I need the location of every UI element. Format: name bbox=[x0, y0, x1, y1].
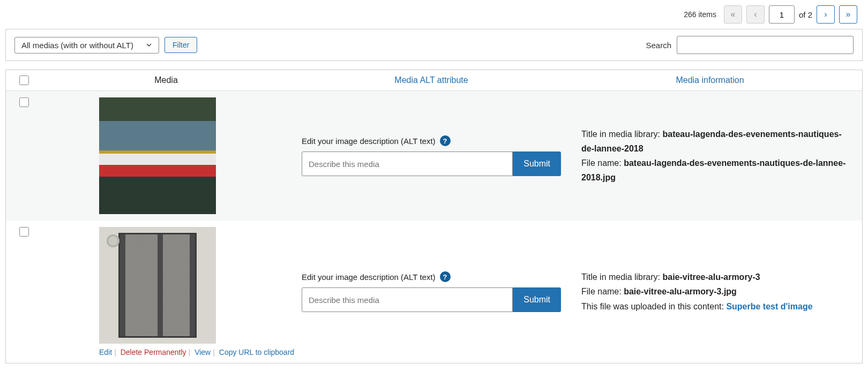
help-icon[interactable]: ? bbox=[440, 271, 451, 282]
select-all-checkbox[interactable] bbox=[19, 75, 29, 85]
alt-label: Edit your image description (ALT text) bbox=[302, 136, 436, 146]
info-title-label: Title in media library: bbox=[581, 272, 662, 282]
pagination-last-button[interactable]: » bbox=[839, 5, 857, 24]
column-header-alt[interactable]: Media ALT attribute bbox=[394, 75, 468, 85]
pagination-next-button[interactable]: › bbox=[817, 5, 835, 24]
pagination-page-input[interactable] bbox=[769, 5, 795, 24]
media-table: Media Media ALT attribute Media informat… bbox=[5, 70, 863, 363]
info-filename-label: File name: bbox=[581, 287, 624, 296]
action-copy-url[interactable]: Copy URL to clipboard bbox=[219, 348, 294, 356]
media-info: Title in media library: bateau-lagenda-d… bbox=[565, 97, 855, 214]
action-delete[interactable]: Delete Permanently bbox=[121, 348, 186, 356]
action-view[interactable]: View bbox=[194, 348, 211, 356]
pagination-first-button[interactable]: « bbox=[724, 5, 742, 24]
pagination-prev-button[interactable]: ‹ bbox=[746, 5, 765, 24]
submit-button[interactable]: Submit bbox=[513, 151, 561, 176]
column-header-media: Media bbox=[35, 75, 297, 85]
filter-button[interactable]: Filter bbox=[164, 37, 197, 53]
table-header: Media Media ALT attribute Media informat… bbox=[6, 70, 862, 91]
submit-button[interactable]: Submit bbox=[513, 287, 561, 312]
alt-label: Edit your image description (ALT text) bbox=[302, 272, 436, 282]
media-info: Title in media library: baie-vitree-alu-… bbox=[565, 227, 855, 356]
filter-bar: All medias (with or without ALT) Filter … bbox=[5, 29, 863, 61]
row-actions: Edit| Delete Permanently| View| Copy URL… bbox=[99, 348, 294, 356]
media-filter-select[interactable]: All medias (with or without ALT) bbox=[14, 37, 159, 54]
row-checkbox[interactable] bbox=[19, 97, 29, 107]
alt-editor: Edit your image description (ALT text) ?… bbox=[297, 97, 565, 214]
row-checkbox[interactable] bbox=[19, 227, 29, 237]
info-uploaded-label: This file was uploaded in this content: bbox=[581, 302, 726, 311]
media-thumbnail[interactable] bbox=[99, 97, 216, 214]
info-content-link[interactable]: Superbe test d'image bbox=[726, 302, 812, 311]
items-count: 266 items bbox=[684, 10, 716, 19]
info-filename-value: baie-vitree-alu-armory-3.jpg bbox=[624, 287, 737, 296]
search-input[interactable] bbox=[677, 36, 854, 54]
media-filter-select-value: All medias (with or without ALT) bbox=[21, 41, 133, 50]
info-title-value: baie-vitree-alu-armory-3 bbox=[662, 272, 760, 282]
alt-text-input[interactable] bbox=[302, 287, 513, 312]
info-filename-label: File name: bbox=[581, 158, 624, 168]
table-row: Edit your image description (ALT text) ?… bbox=[6, 91, 862, 221]
media-thumbnail[interactable] bbox=[99, 227, 216, 344]
action-edit[interactable]: Edit bbox=[99, 348, 112, 356]
info-title-label: Title in media library: bbox=[581, 130, 662, 139]
column-header-info[interactable]: Media information bbox=[676, 75, 744, 85]
pagination-bar: 266 items « ‹ of 2 › » bbox=[5, 5, 863, 24]
alt-editor: Edit your image description (ALT text) ?… bbox=[297, 227, 565, 356]
pagination-of-text: of 2 bbox=[799, 10, 812, 19]
alt-text-input[interactable] bbox=[302, 151, 513, 176]
chevron-down-icon bbox=[145, 41, 153, 49]
search-label: Search bbox=[646, 41, 671, 50]
table-row: Edit| Delete Permanently| View| Copy URL… bbox=[6, 221, 862, 363]
help-icon[interactable]: ? bbox=[440, 135, 451, 146]
